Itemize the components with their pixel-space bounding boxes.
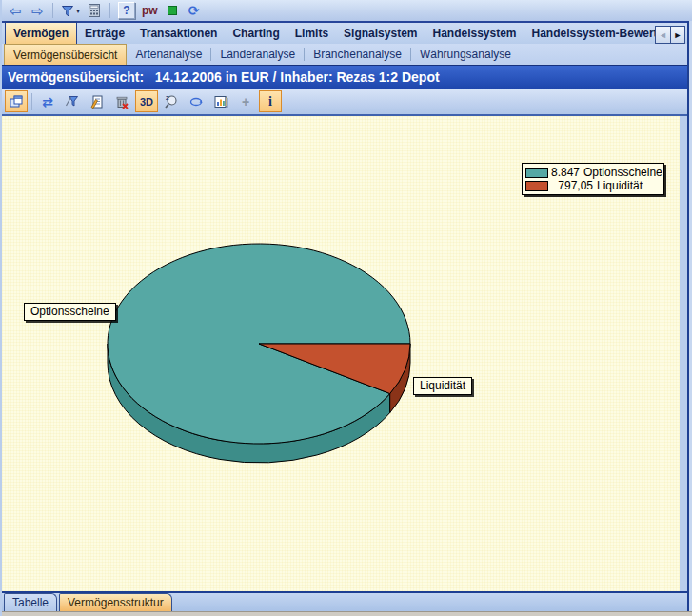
subtab-vermoegensuebersicht[interactable]: Vermögensübersicht bbox=[4, 44, 127, 65]
subtab-artenanalyse[interactable]: Artenanalyse bbox=[127, 44, 210, 65]
info-button[interactable]: i bbox=[259, 90, 282, 112]
slice-label-liquiditaet[interactable]: Liquidität bbox=[413, 377, 472, 395]
tab-signalsystem[interactable]: Signalsystem bbox=[336, 23, 425, 44]
legend-item-liquiditaet[interactable]: 797,05 Liquidität bbox=[525, 179, 661, 192]
slice-label-optionsscheine[interactable]: Optionsscheine bbox=[24, 303, 116, 321]
pw-logo-icon: pw bbox=[142, 4, 158, 17]
filter-settings-icon bbox=[65, 94, 80, 109]
back-button[interactable]: ⇦ bbox=[6, 2, 25, 20]
bottom-tab-bar: Tabelle Vermögensstruktur bbox=[2, 591, 687, 611]
legend-label: Liquidität bbox=[597, 179, 643, 192]
info-icon: i bbox=[268, 94, 272, 109]
crosshair-icon: + bbox=[242, 94, 249, 109]
rotate-button[interactable] bbox=[185, 90, 208, 112]
refresh-icon: ⟳ bbox=[188, 3, 200, 18]
tab-scroll-right-button[interactable]: ► bbox=[670, 27, 684, 43]
toolbar-separator bbox=[109, 3, 110, 18]
3d-icon: 3D bbox=[140, 96, 153, 108]
rotate-icon bbox=[188, 94, 204, 109]
sub-tab-bar: Vermögensübersicht Artenanalyse Länderan… bbox=[2, 44, 687, 65]
green-status-icon bbox=[168, 6, 177, 15]
tab-vermoegen[interactable]: Vermögen bbox=[5, 21, 77, 44]
subtab-laenderanalyse[interactable]: Länderanalyse bbox=[211, 44, 304, 65]
filter-button[interactable]: ▾ bbox=[59, 2, 82, 20]
crosshair-button[interactable]: + bbox=[234, 90, 257, 112]
refresh-button[interactable]: ⟳ bbox=[185, 2, 204, 20]
chart-type-icon bbox=[213, 94, 228, 109]
pie-chart-canvas[interactable]: Optionsscheine Liquidität 8.847 Optionss… bbox=[2, 116, 680, 591]
forward-button[interactable]: ⇨ bbox=[28, 2, 47, 20]
swap-arrows-icon: ⇄ bbox=[42, 94, 53, 109]
chart-legend: 8.847 Optionsscheine 797,05 Liquidität bbox=[522, 163, 664, 195]
main-toolbar: ⇦ ⇨ ▾ ? pw bbox=[2, 0, 692, 21]
delete-trash-icon bbox=[114, 94, 129, 109]
tab-scroll-buttons: ◄ ► bbox=[655, 26, 685, 44]
filter-settings-button[interactable] bbox=[61, 90, 84, 112]
edit-report-icon bbox=[89, 94, 105, 109]
back-arrow-icon: ⇦ bbox=[10, 4, 22, 18]
subtab-waehrungsanalyse[interactable]: Währungsanalyse bbox=[411, 44, 520, 65]
subtab-branchenanalyse[interactable]: Branchenanalyse bbox=[305, 44, 410, 65]
pw-logo-button[interactable]: pw bbox=[140, 2, 160, 20]
tab-transaktionen[interactable]: Transaktionen bbox=[132, 23, 225, 44]
tab-charting[interactable]: Charting bbox=[225, 23, 287, 44]
legend-swatch-optionsscheine bbox=[525, 168, 548, 178]
application-window: ⇦ ⇨ ▾ ? pw bbox=[0, 0, 692, 616]
tab-limits[interactable]: Limits bbox=[287, 23, 336, 44]
toolbar-separator bbox=[31, 93, 32, 110]
tab-truncated[interactable]: We bbox=[686, 23, 692, 44]
view-3d-button[interactable]: 3D bbox=[135, 90, 158, 112]
chart-type-button[interactable] bbox=[209, 90, 232, 112]
window-restore-icon bbox=[9, 94, 24, 109]
zoom-magnifier-icon: Z bbox=[164, 94, 179, 109]
swap-button[interactable]: ⇄ bbox=[36, 90, 59, 112]
status-strip bbox=[2, 611, 692, 616]
zoom-button[interactable]: Z bbox=[160, 90, 183, 112]
legend-value: 797,05 bbox=[551, 179, 593, 192]
forward-arrow-icon: ⇨ bbox=[31, 4, 44, 18]
panel-toggle-button[interactable] bbox=[5, 90, 28, 112]
page-title: Vermögensübersicht: 14.12.2006 in EUR / … bbox=[2, 65, 687, 89]
chart-wrapper: Optionsscheine Liquidität 8.847 Optionss… bbox=[2, 116, 687, 591]
help-icon: ? bbox=[118, 2, 135, 19]
filter-funnel-icon bbox=[61, 4, 75, 18]
tab-ertraege[interactable]: Erträge bbox=[77, 23, 132, 44]
legend-item-optionsscheine[interactable]: 8.847 Optionsscheine bbox=[525, 166, 661, 179]
bottom-tab-vermoegensstruktur[interactable]: Vermögensstruktur bbox=[59, 593, 172, 611]
tab-handelssystem[interactable]: Handelssystem bbox=[425, 23, 524, 44]
legend-label: Optionsscheine bbox=[583, 166, 662, 179]
status-button[interactable] bbox=[163, 2, 182, 20]
legend-swatch-liquiditaet bbox=[525, 181, 548, 191]
main-tab-bar: Vermögen Erträge Transaktionen Charting … bbox=[2, 21, 687, 44]
chart-toolbar: ⇄ bbox=[2, 89, 687, 116]
legend-value: 8.847 bbox=[551, 166, 580, 179]
svg-text:Z: Z bbox=[166, 95, 169, 101]
edit-report-button[interactable] bbox=[86, 90, 109, 112]
delete-button[interactable] bbox=[110, 90, 133, 112]
help-button[interactable]: ? bbox=[116, 2, 137, 20]
toolbar-separator bbox=[52, 3, 53, 18]
bottom-tab-tabelle[interactable]: Tabelle bbox=[4, 593, 57, 611]
calculator-button[interactable] bbox=[85, 2, 104, 20]
calculator-icon bbox=[88, 3, 101, 18]
dropdown-caret-icon: ▾ bbox=[76, 7, 80, 15]
tab-scroll-left-button[interactable]: ◄ bbox=[656, 27, 670, 43]
